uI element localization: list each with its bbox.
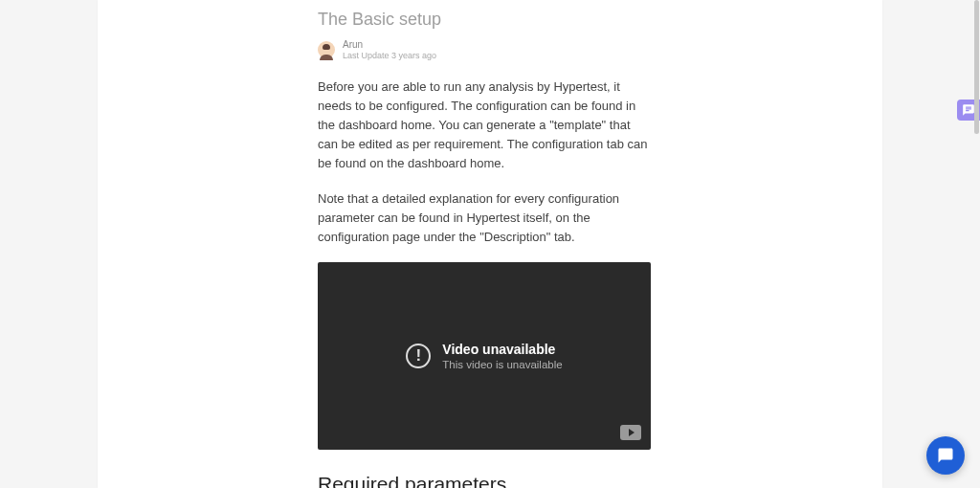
video-unavailable-subtitle: This video is unavailable	[442, 359, 562, 370]
author-name: Arun	[343, 39, 436, 51]
author-meta: Arun Last Update 3 years ago	[343, 39, 436, 60]
intro-paragraph-1: Before you are able to run any analysis …	[318, 78, 653, 174]
last-update: Last Update 3 years ago	[343, 51, 436, 60]
chat-bubble-icon	[937, 447, 954, 464]
chat-launcher-button[interactable]	[926, 436, 965, 475]
video-embed[interactable]: ! Video unavailable This video is unavai…	[318, 262, 651, 450]
author-avatar	[318, 41, 335, 58]
page-title: The Basic setup	[318, 10, 653, 30]
scrollbar-track[interactable]	[974, 0, 979, 488]
author-row: Arun Last Update 3 years ago	[318, 39, 653, 60]
intro-paragraph-2: Note that a detailed explanation for eve…	[318, 189, 653, 247]
scrollbar-thumb[interactable]	[974, 0, 979, 134]
video-text: Video unavailable This video is unavaila…	[442, 342, 562, 370]
video-unavailable-title: Video unavailable	[442, 342, 562, 357]
article-content: The Basic setup Arun Last Update 3 years…	[318, 10, 653, 488]
warning-icon: !	[406, 344, 431, 368]
section-heading-required-params: Required parameters	[318, 473, 653, 488]
chat-lines-icon	[962, 103, 975, 117]
youtube-icon[interactable]	[620, 425, 641, 440]
article-card: The Basic setup Arun Last Update 3 years…	[98, 0, 882, 488]
